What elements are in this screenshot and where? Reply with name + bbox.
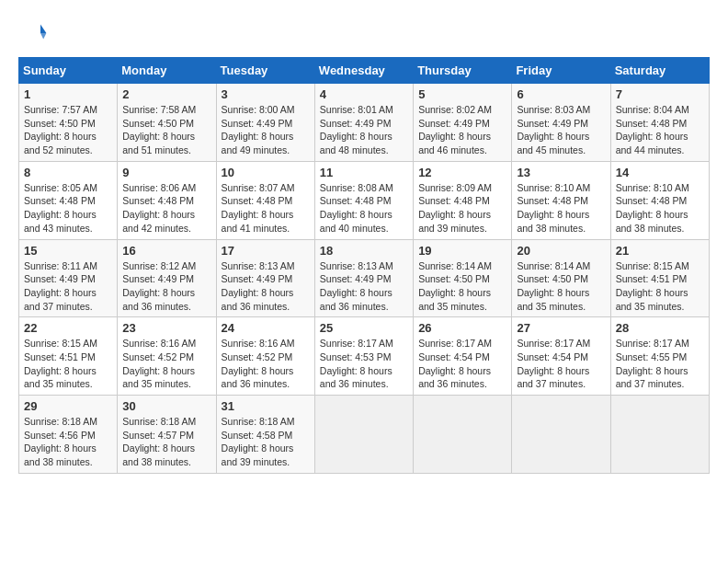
day-number: 30 (122, 399, 210, 413)
day-number: 1 (24, 87, 112, 101)
calendar-cell: 7Sunrise: 8:04 AMSunset: 4:48 PMDaylight… (610, 84, 709, 162)
day-info: Sunrise: 8:17 AMSunset: 4:54 PMDaylight:… (418, 337, 506, 391)
calendar-cell: 27Sunrise: 8:17 AMSunset: 4:54 PMDayligh… (512, 317, 610, 396)
day-info: Sunrise: 8:07 AMSunset: 4:48 PMDaylight:… (222, 181, 310, 236)
calendar-cell: 24Sunrise: 8:16 AMSunset: 4:52 PMDayligh… (216, 317, 314, 396)
day-info: Sunrise: 8:04 AMSunset: 4:48 PMDaylight:… (616, 103, 704, 157)
day-header-friday: Friday (512, 58, 610, 84)
day-number: 21 (616, 244, 704, 258)
calendar-cell: 23Sunrise: 8:16 AMSunset: 4:52 PMDayligh… (118, 317, 216, 396)
calendar-cell: 16Sunrise: 8:12 AMSunset: 4:49 PMDayligh… (118, 239, 216, 317)
day-number: 19 (418, 244, 506, 258)
calendar-cell: 30Sunrise: 8:18 AMSunset: 4:57 PMDayligh… (118, 396, 216, 474)
calendar-cell (610, 396, 709, 474)
day-number: 10 (222, 166, 310, 179)
day-header-monday: Monday (118, 58, 216, 84)
calendar-cell: 18Sunrise: 8:13 AMSunset: 4:49 PMDayligh… (314, 239, 413, 317)
day-number: 13 (517, 166, 605, 179)
svg-marker-1 (40, 33, 46, 39)
logo-icon (18, 18, 48, 48)
day-info: Sunrise: 8:00 AMSunset: 4:49 PMDaylight:… (222, 103, 310, 157)
calendar-cell: 29Sunrise: 8:18 AMSunset: 4:56 PMDayligh… (19, 396, 118, 474)
day-info: Sunrise: 8:02 AMSunset: 4:49 PMDaylight:… (418, 103, 506, 157)
calendar-cell: 6Sunrise: 8:03 AMSunset: 4:49 PMDaylight… (512, 84, 610, 162)
day-header-sunday: Sunday (19, 58, 118, 84)
day-number: 3 (222, 87, 310, 101)
day-info: Sunrise: 8:10 AMSunset: 4:48 PMDaylight:… (616, 181, 704, 236)
day-header-tuesday: Tuesday (216, 58, 314, 84)
day-info: Sunrise: 8:13 AMSunset: 4:49 PMDaylight:… (320, 259, 408, 314)
calendar-cell: 17Sunrise: 8:13 AMSunset: 4:49 PMDayligh… (216, 239, 314, 317)
day-number: 23 (122, 321, 210, 335)
day-info: Sunrise: 8:16 AMSunset: 4:52 PMDaylight:… (222, 337, 310, 391)
day-info: Sunrise: 8:18 AMSunset: 4:57 PMDaylight:… (122, 415, 210, 469)
day-info: Sunrise: 8:08 AMSunset: 4:48 PMDaylight:… (320, 181, 408, 236)
calendar-cell: 28Sunrise: 8:17 AMSunset: 4:55 PMDayligh… (610, 317, 709, 396)
day-number: 5 (418, 87, 506, 101)
day-number: 28 (616, 321, 704, 335)
calendar-cell: 26Sunrise: 8:17 AMSunset: 4:54 PMDayligh… (414, 317, 512, 396)
day-info: Sunrise: 7:58 AMSunset: 4:50 PMDaylight:… (122, 103, 210, 157)
day-info: Sunrise: 8:16 AMSunset: 4:52 PMDaylight:… (122, 337, 210, 391)
day-info: Sunrise: 8:12 AMSunset: 4:49 PMDaylight:… (122, 259, 210, 314)
calendar-week-3: 15Sunrise: 8:11 AMSunset: 4:49 PMDayligh… (19, 239, 710, 317)
svg-marker-0 (40, 24, 46, 33)
day-info: Sunrise: 8:06 AMSunset: 4:48 PMDaylight:… (122, 181, 210, 236)
day-info: Sunrise: 8:01 AMSunset: 4:49 PMDaylight:… (320, 103, 408, 157)
calendar-cell: 1Sunrise: 7:57 AMSunset: 4:50 PMDaylight… (19, 84, 118, 162)
day-info: Sunrise: 8:14 AMSunset: 4:50 PMDaylight:… (517, 259, 605, 314)
day-number: 31 (222, 399, 310, 413)
day-info: Sunrise: 8:15 AMSunset: 4:51 PMDaylight:… (24, 337, 112, 391)
day-number: 14 (616, 166, 704, 179)
calendar-cell: 3Sunrise: 8:00 AMSunset: 4:49 PMDaylight… (216, 84, 314, 162)
day-number: 26 (418, 321, 506, 335)
calendar-cell: 22Sunrise: 8:15 AMSunset: 4:51 PMDayligh… (19, 317, 118, 396)
calendar-cell: 4Sunrise: 8:01 AMSunset: 4:49 PMDaylight… (314, 84, 413, 162)
page-header (18, 18, 710, 48)
day-number: 27 (517, 321, 605, 335)
day-number: 12 (418, 166, 506, 179)
calendar-cell: 14Sunrise: 8:10 AMSunset: 4:48 PMDayligh… (610, 161, 709, 239)
calendar-cell: 15Sunrise: 8:11 AMSunset: 4:49 PMDayligh… (19, 239, 118, 317)
day-info: Sunrise: 8:10 AMSunset: 4:48 PMDaylight:… (517, 181, 605, 236)
day-number: 9 (122, 166, 210, 179)
day-number: 4 (320, 87, 408, 101)
calendar-cell: 11Sunrise: 8:08 AMSunset: 4:48 PMDayligh… (314, 161, 413, 239)
day-info: Sunrise: 8:18 AMSunset: 4:58 PMDaylight:… (222, 415, 310, 469)
calendar-cell: 21Sunrise: 8:15 AMSunset: 4:51 PMDayligh… (610, 239, 709, 317)
calendar-cell (512, 396, 610, 474)
day-info: Sunrise: 8:03 AMSunset: 4:49 PMDaylight:… (517, 103, 605, 157)
logo (18, 18, 51, 48)
day-number: 17 (222, 244, 310, 258)
calendar-cell: 20Sunrise: 8:14 AMSunset: 4:50 PMDayligh… (512, 239, 610, 317)
calendar-cell (314, 396, 413, 474)
day-info: Sunrise: 8:15 AMSunset: 4:51 PMDaylight:… (616, 259, 704, 314)
day-number: 20 (517, 244, 605, 258)
calendar-week-4: 22Sunrise: 8:15 AMSunset: 4:51 PMDayligh… (19, 317, 710, 396)
calendar-cell: 9Sunrise: 8:06 AMSunset: 4:48 PMDaylight… (118, 161, 216, 239)
calendar-cell: 5Sunrise: 8:02 AMSunset: 4:49 PMDaylight… (414, 84, 512, 162)
calendar-cell (414, 396, 512, 474)
calendar-cell: 10Sunrise: 8:07 AMSunset: 4:48 PMDayligh… (216, 161, 314, 239)
calendar-cell: 19Sunrise: 8:14 AMSunset: 4:50 PMDayligh… (414, 239, 512, 317)
calendar-week-1: 1Sunrise: 7:57 AMSunset: 4:50 PMDaylight… (19, 84, 710, 162)
calendar-week-5: 29Sunrise: 8:18 AMSunset: 4:56 PMDayligh… (19, 396, 710, 474)
day-number: 11 (320, 166, 408, 179)
day-number: 15 (24, 244, 112, 258)
calendar-cell: 13Sunrise: 8:10 AMSunset: 4:48 PMDayligh… (512, 161, 610, 239)
day-info: Sunrise: 8:18 AMSunset: 4:56 PMDaylight:… (24, 415, 112, 469)
day-number: 25 (320, 321, 408, 335)
day-info: Sunrise: 8:17 AMSunset: 4:53 PMDaylight:… (320, 337, 408, 391)
calendar-week-2: 8Sunrise: 8:05 AMSunset: 4:48 PMDaylight… (19, 161, 710, 239)
day-number: 22 (24, 321, 112, 335)
day-header-wednesday: Wednesday (314, 58, 413, 84)
calendar-cell: 2Sunrise: 7:58 AMSunset: 4:50 PMDaylight… (118, 84, 216, 162)
day-number: 2 (122, 87, 210, 101)
day-header-thursday: Thursday (414, 58, 512, 84)
day-info: Sunrise: 8:09 AMSunset: 4:48 PMDaylight:… (418, 181, 506, 236)
day-info: Sunrise: 8:17 AMSunset: 4:55 PMDaylight:… (616, 337, 704, 391)
calendar-cell: 12Sunrise: 8:09 AMSunset: 4:48 PMDayligh… (414, 161, 512, 239)
day-info: Sunrise: 8:11 AMSunset: 4:49 PMDaylight:… (24, 259, 112, 314)
day-info: Sunrise: 8:14 AMSunset: 4:50 PMDaylight:… (418, 259, 506, 314)
day-info: Sunrise: 8:13 AMSunset: 4:49 PMDaylight:… (222, 259, 310, 314)
